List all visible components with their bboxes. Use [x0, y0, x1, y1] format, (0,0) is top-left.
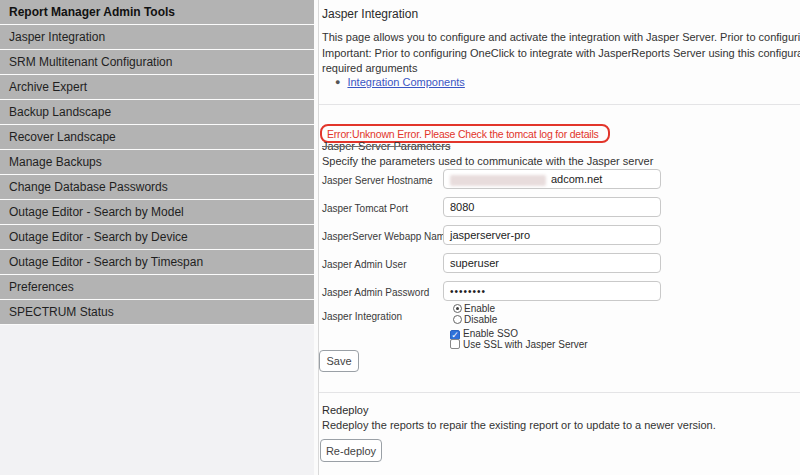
- admin-password-input[interactable]: ••••••••: [443, 281, 661, 301]
- admin-password-label: Jasper Admin Password: [322, 287, 429, 298]
- hostname-value: adcom.net: [551, 173, 602, 185]
- radio-selected-icon[interactable]: [453, 304, 462, 313]
- bullet-icon: ●: [335, 77, 340, 87]
- sidebar-header: Report Manager Admin Tools: [0, 0, 314, 24]
- radio-enable-option[interactable]: Enable: [453, 303, 497, 314]
- redeploy-divider: [319, 392, 800, 393]
- page-title: Jasper Integration: [322, 7, 418, 21]
- sidebar-item-preferences[interactable]: Preferences: [0, 275, 314, 299]
- redeploy-section-title: Redeploy: [322, 404, 368, 416]
- jasper-integration-label: Jasper Integration: [322, 311, 402, 322]
- sidebar-item-backup-landscape[interactable]: Backup Landscape: [0, 100, 314, 124]
- admin-user-value: superuser: [450, 257, 499, 269]
- hostname-label: Jasper Server Hostname: [322, 175, 433, 186]
- sidebar-item-outage-editor-model[interactable]: Outage Editor - Search by Model: [0, 200, 314, 224]
- sidebar-item-outage-editor-timespan[interactable]: Outage Editor - Search by Timespan: [0, 250, 314, 274]
- integration-components-list-item: ●Integration Components: [335, 76, 465, 88]
- redacted-hostname-blur: [450, 175, 546, 186]
- radio-disable-option[interactable]: Disable: [453, 314, 497, 325]
- radio-disable-label: Disable: [464, 314, 497, 325]
- integration-radio-group: Enable Disable: [453, 303, 497, 325]
- error-message: Error:Unknown Error. Please Check the to…: [327, 128, 599, 140]
- tomcat-port-label: Jasper Tomcat Port: [322, 203, 408, 214]
- ssl-sso-checkbox-group: Enable SSO Use SSL with Jasper Server: [450, 328, 588, 350]
- admin-password-value: ••••••••: [450, 286, 486, 297]
- sidebar-empty-area: [0, 325, 314, 475]
- sidebar-item-archive-expert[interactable]: Archive Expert: [0, 75, 314, 99]
- radio-unselected-icon[interactable]: [453, 315, 462, 324]
- tomcat-port-input[interactable]: 8080: [443, 197, 661, 217]
- section-title: Jasper Server Parameters: [322, 140, 450, 152]
- sidebar-item-jasper-integration[interactable]: Jasper Integration: [0, 25, 314, 49]
- save-button[interactable]: Save: [319, 350, 359, 372]
- hostname-input[interactable]: adcom.net: [443, 169, 661, 189]
- redeploy-button[interactable]: Re-deploy: [320, 439, 382, 462]
- sidebar-item-outage-editor-device[interactable]: Outage Editor - Search by Device: [0, 225, 314, 249]
- admin-user-label: Jasper Admin User: [322, 259, 406, 270]
- app-window: Report Manager Admin Tools Jasper Integr…: [0, 0, 800, 475]
- use-ssl-label: Use SSL with Jasper Server: [463, 339, 588, 350]
- webapp-name-label: JasperServer Webapp Name: [322, 231, 451, 242]
- intro-text: This page allows you to configure and ac…: [322, 31, 800, 43]
- webapp-name-value: jasperserver-pro: [450, 229, 530, 241]
- sidebar: Report Manager Admin Tools Jasper Integr…: [0, 0, 318, 475]
- important-note-line2: required arguments: [322, 62, 417, 74]
- important-note-line1: Important: Prior to configuring OneClick…: [322, 47, 800, 59]
- section-divider: [319, 104, 800, 105]
- webapp-name-input[interactable]: jasperserver-pro: [443, 225, 661, 245]
- main-content: Jasper Integration This page allows you …: [318, 0, 800, 475]
- enable-sso-option[interactable]: Enable SSO: [450, 328, 588, 339]
- sidebar-item-spectrum-status[interactable]: SPECTRUM Status: [0, 300, 314, 324]
- sidebar-item-manage-backups[interactable]: Manage Backups: [0, 150, 314, 174]
- use-ssl-option[interactable]: Use SSL with Jasper Server: [450, 339, 588, 350]
- section-subtitle: Specify the parameters used to communica…: [322, 155, 653, 167]
- tomcat-port-value: 8080: [450, 201, 474, 213]
- enable-sso-label: Enable SSO: [463, 328, 518, 339]
- sidebar-item-recover-landscape[interactable]: Recover Landscape: [0, 125, 314, 149]
- checkbox-unchecked-icon[interactable]: [450, 339, 460, 349]
- integration-components-link[interactable]: Integration Components: [347, 76, 464, 88]
- sidebar-item-srm-multitenant-configuration[interactable]: SRM Multitenant Configuration: [0, 50, 314, 74]
- sidebar-item-change-database-passwords[interactable]: Change Database Passwords: [0, 175, 314, 199]
- admin-user-input[interactable]: superuser: [443, 253, 661, 273]
- redeploy-description: Redeploy the reports to repair the exist…: [322, 419, 716, 431]
- radio-enable-label: Enable: [464, 303, 495, 314]
